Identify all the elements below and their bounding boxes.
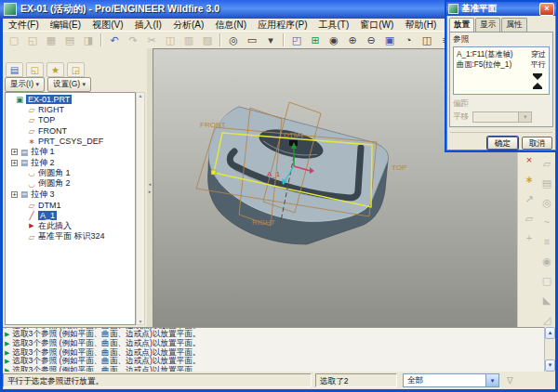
- zoom-out-button[interactable]: ⊖: [362, 32, 380, 49]
- saved-views-button[interactable]: ◫: [418, 32, 436, 49]
- tree-settings-button[interactable]: 设置(G) ▾: [47, 77, 91, 92]
- tree-expander[interactable]: +: [11, 160, 18, 166]
- tree-item-icon: ◡: [27, 168, 36, 177]
- references-list[interactable]: A_1:F11(基准轴) 穿过 曲面:F5(拉伸_1) 平行: [453, 46, 550, 95]
- tree-item[interactable]: ▣ EX-01.PRT: [6, 94, 135, 104]
- datum-curve-button[interactable]: ↗: [520, 191, 538, 207]
- print-preview-button[interactable]: ◨: [79, 32, 98, 49]
- undo-button[interactable]: ↶: [105, 32, 124, 49]
- selection-filter-button[interactable]: ▭: [243, 32, 261, 49]
- sweep-button[interactable]: ~: [538, 215, 556, 230]
- menu-item[interactable]: 窗口(W): [354, 19, 399, 32]
- ok-button[interactable]: 确定: [487, 137, 518, 150]
- tab-icon: ▤: [10, 65, 19, 75]
- paste-special-button[interactable]: ▨: [198, 32, 217, 49]
- coordinate-system-button[interactable]: +: [520, 230, 538, 246]
- tree-expander[interactable]: +: [11, 191, 18, 198]
- scroll-up-icon[interactable]: ▲: [545, 327, 555, 339]
- reference-constraint[interactable]: 穿过: [531, 49, 546, 59]
- tree-item[interactable]: ▱ FRONT: [6, 125, 135, 136]
- reference-row[interactable]: A_1:F11(基准轴) 穿过: [457, 49, 546, 59]
- spin-center-button[interactable]: ◉: [325, 32, 343, 49]
- menu-item[interactable]: 编辑(E): [45, 19, 86, 32]
- tree-item[interactable]: ▱ TOP: [6, 115, 135, 125]
- tree-item[interactable]: ▱ DTM1: [6, 200, 135, 210]
- open-button[interactable]: ◱: [23, 32, 42, 49]
- folder-browser-tab[interactable]: ◱: [26, 62, 44, 77]
- blend-button[interactable]: ≡: [538, 234, 556, 250]
- model-tree[interactable]: ▣ EX-01.PRT ▱ RIGHT ▱ TOP ▱ FRONT: [5, 92, 136, 325]
- close-icon[interactable]: ×: [539, 3, 554, 16]
- icon-glyph: ◎: [229, 35, 238, 46]
- tree-show-button[interactable]: 显示(I) ▾: [5, 77, 45, 92]
- tree-item-icon: ▤: [20, 158, 29, 167]
- hole-button[interactable]: ◉: [538, 254, 556, 269]
- tree-item[interactable]: ◡ 倒圆角 2: [6, 178, 135, 189]
- offset-label: 偏距: [453, 98, 550, 110]
- menu-item[interactable]: 视图(V): [86, 19, 128, 32]
- icon-glyph: ▨: [203, 35, 212, 46]
- filter-funnel-icon[interactable]: ∇: [507, 375, 513, 385]
- rib-button[interactable]: ◣: [538, 293, 556, 308]
- extrude-button[interactable]: ▤: [538, 176, 556, 191]
- dialog-tab[interactable]: 放置: [449, 18, 474, 32]
- dialog-tab[interactable]: 显示: [475, 18, 500, 32]
- new-button[interactable]: ▢: [5, 32, 23, 49]
- sketch-tool-button[interactable]: ▱: [520, 211, 538, 227]
- tree-item[interactable]: ▱ 基准平面 标识324: [6, 231, 135, 242]
- message-area[interactable]: ▶ 选取3个参照 (例如平面、曲面、边或点)以放置平面。 ▶ 选取3个参照 (例…: [3, 327, 544, 372]
- menu-item[interactable]: 文件(F): [3, 19, 45, 32]
- menu-item[interactable]: 插入(I): [128, 19, 166, 32]
- tree-item[interactable]: + ▤ 拉伸 3: [6, 189, 135, 200]
- dialog-tab[interactable]: 属性: [501, 18, 526, 32]
- favorites-tab[interactable]: ★: [46, 62, 64, 77]
- window-activate-button[interactable]: ◰: [287, 32, 306, 49]
- icon-glyph: +: [526, 233, 532, 243]
- scroll-up-icon[interactable]: ▲: [139, 93, 143, 98]
- revolve-button[interactable]: ◎: [538, 195, 556, 211]
- copy-button[interactable]: ◫: [161, 32, 179, 49]
- datum-plane-button[interactable]: ▱: [538, 156, 556, 172]
- find-button[interactable]: ◎: [224, 32, 243, 49]
- datum-point-button[interactable]: ∗: [520, 172, 538, 188]
- tree-scrollbar[interactable]: ▲ ▼: [136, 92, 145, 325]
- preview-drag-handle[interactable]: [211, 170, 216, 175]
- paste-button[interactable]: ▥: [179, 32, 198, 49]
- orient-button[interactable]: ◔: [399, 32, 418, 49]
- model-tree-toggle-button[interactable]: ⊞: [306, 32, 325, 49]
- icon-glyph: ▢: [9, 35, 19, 46]
- cut-button[interactable]: ✂: [142, 32, 161, 49]
- menu-item[interactable]: 帮助(H): [399, 19, 442, 32]
- save-button[interactable]: ▦: [42, 32, 60, 49]
- selection-filter-caret[interactable]: ▾: [261, 32, 280, 49]
- menu-item[interactable]: 分析(A): [167, 19, 209, 32]
- refit-button[interactable]: ▣: [380, 32, 399, 49]
- shell-button[interactable]: ▢: [538, 273, 556, 289]
- datum-axis-button[interactable]: ×: [520, 152, 538, 168]
- draft-button[interactable]: ◿: [538, 312, 556, 328]
- print-button[interactable]: ▤: [60, 32, 79, 49]
- tree-item[interactable]: ∗ PRT_CSYS_DEF: [6, 137, 135, 147]
- tree-item-icon: ▱: [27, 115, 36, 124]
- reference-row[interactable]: 曲面:F5(拉伸_1) 平行: [457, 59, 546, 70]
- message-scrollbar[interactable]: ▲ ▼: [544, 327, 555, 372]
- connections-tab[interactable]: ◲: [67, 62, 85, 77]
- cancel-button[interactable]: 取消: [522, 137, 552, 150]
- tree-expander[interactable]: +: [11, 149, 18, 155]
- redo-button[interactable]: ↷: [124, 32, 142, 49]
- chevron-down-icon[interactable]: ▾: [485, 374, 498, 386]
- dialog-title-bar[interactable]: 基准平面 ×: [446, 2, 556, 16]
- reference-constraint[interactable]: 平行: [531, 59, 546, 70]
- scroll-down-icon[interactable]: ▼: [139, 319, 143, 324]
- menu-item[interactable]: 应用程序(P): [252, 19, 312, 32]
- chevron-down-icon: ▾: [35, 81, 39, 87]
- tree-item[interactable]: + ▤ 拉伸 1: [6, 147, 135, 157]
- selection-filter-combo[interactable]: 全部 ▾: [403, 373, 499, 387]
- zoom-in-button[interactable]: ⊕: [343, 32, 362, 49]
- tree-item[interactable]: ▱ RIGHT: [6, 104, 135, 114]
- model-tree-tab[interactable]: ▤: [6, 62, 23, 77]
- menu-item[interactable]: 信息(N): [209, 19, 252, 32]
- scroll-down-icon[interactable]: ▼: [545, 359, 555, 372]
- navigator-tab-strip: ▤◱★◲: [6, 62, 85, 77]
- menu-item[interactable]: 工具(T): [313, 19, 355, 32]
